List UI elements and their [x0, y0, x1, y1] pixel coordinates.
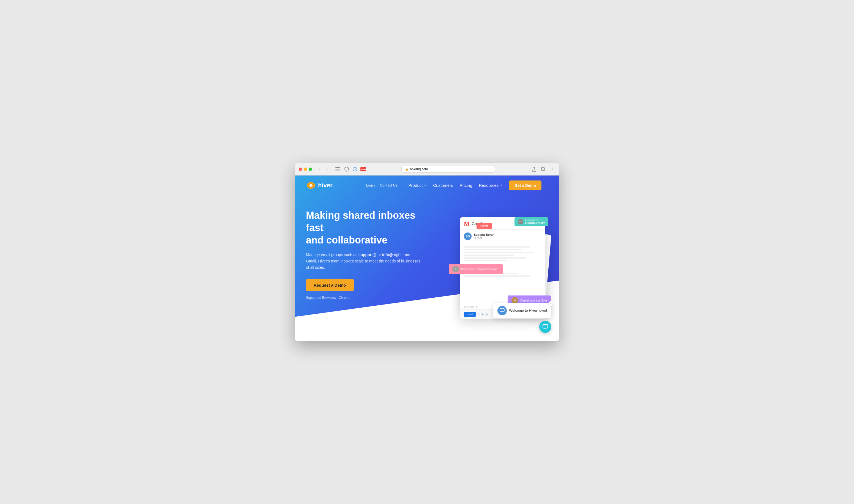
open-badge: Open: [476, 223, 492, 229]
send-button[interactable]: Send: [464, 312, 476, 317]
logo[interactable]: hiver.: [306, 180, 334, 191]
svg-rect-2: [335, 170, 340, 171]
close-traffic-light[interactable]: [299, 167, 302, 171]
shield-plugin-icon[interactable]: [343, 166, 350, 172]
toolbar-icon-3: 🔗: [485, 313, 488, 316]
replying-badge: D Dave started replying 2 mins ago...: [449, 264, 503, 274]
contact-link[interactable]: Contact Us: [380, 183, 397, 187]
gmail-row-1: SB Sudipta Borah in chat: [460, 230, 545, 243]
hero-content: Making shared inboxes fast and collabora…: [306, 209, 421, 300]
browser-toolbar: ‹ › ↻ ABP 🔒 hiverhq.com: [295, 163, 559, 176]
replying-text: Dave started replying 2 mins ago...: [461, 268, 499, 270]
nav-pricing[interactable]: Pricing: [460, 183, 472, 187]
sender-info: Sudipta Borah in chat: [474, 233, 542, 240]
nav-resources[interactable]: Resources ▼: [479, 183, 503, 187]
assigned-text: ASSIGNED TO Stephanie Kelley: [525, 219, 545, 225]
discard-icon: 🗑: [475, 306, 478, 308]
minimize-traffic-light[interactable]: [304, 167, 307, 171]
assigned-avatar: SK: [518, 219, 523, 224]
navigation: hiver. Login Contact Us Product ▼ Custom…: [295, 176, 559, 195]
duplicate-button[interactable]: [540, 166, 546, 172]
product-arrow-icon: ▼: [424, 184, 426, 187]
logo-icon: [306, 180, 316, 191]
resources-arrow-icon: ▼: [499, 184, 503, 187]
email-line-6: [464, 260, 507, 262]
toolbar-icon-2: 📎: [480, 313, 484, 316]
nav-product[interactable]: Product ▼: [408, 183, 427, 187]
back-button[interactable]: ‹: [316, 166, 323, 172]
nav-links: Login Contact Us Product ▼ Customers Pri…: [366, 180, 542, 191]
save-draft-link: Save Draft: [464, 306, 474, 308]
svg-rect-12: [500, 308, 504, 312]
traffic-lights: [299, 167, 312, 171]
replying-avatar: D: [452, 266, 459, 272]
email-line-8: [464, 275, 530, 277]
email-line-1: [464, 246, 530, 248]
website-content: hiver. Login Contact Us Product ▼ Custom…: [295, 176, 559, 341]
refresh-plugin-icon[interactable]: ↻: [351, 166, 358, 172]
forward-button[interactable]: ›: [324, 166, 331, 172]
email-line-4: [464, 254, 514, 256]
chat-bubble-icon: [542, 324, 548, 330]
browser-window: ‹ › ↻ ABP 🔒 hiverhq.com: [295, 163, 559, 341]
hero-title: Making shared inboxes fast and collabora…: [306, 209, 421, 246]
email-line-5: [464, 257, 526, 258]
svg-rect-1: [335, 169, 340, 169]
hero-description: Manage email groups such as support@ or …: [306, 252, 421, 271]
nav-customers[interactable]: Customers: [433, 183, 453, 187]
nav-secondary: Login Contact Us: [366, 183, 397, 187]
plugin-buttons: ↻ ABP: [343, 166, 366, 172]
assigned-badge: SK ASSIGNED TO Stephanie Kelley: [514, 217, 548, 227]
note-avatar: D: [511, 297, 518, 304]
address-bar[interactable]: 🔒 hiverhq.com: [401, 166, 495, 173]
sender-avatar: SB: [464, 232, 472, 240]
gmail-m-icon: M: [464, 220, 470, 227]
nav-buttons: ‹ ›: [316, 166, 331, 172]
browser-actions: [531, 166, 546, 172]
request-demo-button[interactable]: Request a Demo: [306, 279, 354, 291]
svg-rect-13: [543, 324, 548, 328]
sidebar-button[interactable]: [334, 166, 341, 172]
email-line-2: [464, 249, 522, 250]
chat-close-button[interactable]: ×: [548, 301, 553, 306]
svg-rect-0: [335, 167, 340, 168]
email-line-3: [464, 252, 534, 253]
adblock-plugin-icon[interactable]: ABP: [360, 166, 366, 172]
new-tab-button[interactable]: +: [549, 166, 555, 172]
note-text: Daniel wrote a Note: [520, 299, 547, 302]
svg-text:ABP: ABP: [360, 168, 366, 171]
svg-text:↻: ↻: [354, 168, 356, 171]
logo-text: hiver.: [318, 182, 334, 189]
url-text: hiverhq.com: [410, 167, 428, 171]
share-button[interactable]: [531, 166, 538, 172]
email-lines: [460, 243, 545, 264]
get-demo-button[interactable]: Get a Demo: [509, 180, 542, 191]
sender-sub: in chat: [474, 237, 542, 240]
maximize-traffic-light[interactable]: [309, 167, 312, 171]
chat-message: Welcome to Hiver-town!: [509, 308, 547, 312]
chat-open-button[interactable]: [539, 321, 551, 333]
lock-icon: 🔒: [405, 167, 408, 170]
address-bar-area: 🔒 hiverhq.com: [370, 166, 526, 173]
toolbar-icon-1: A: [477, 313, 479, 316]
chat-avatar-icon: [497, 306, 507, 315]
sender-name: Sudipta Borah: [474, 233, 542, 236]
chat-widget: Welcome to Hiver-town! ×: [493, 303, 551, 333]
supported-browsers-text: Supported Browsers : Chrome: [306, 296, 421, 300]
login-link[interactable]: Login: [366, 183, 375, 187]
